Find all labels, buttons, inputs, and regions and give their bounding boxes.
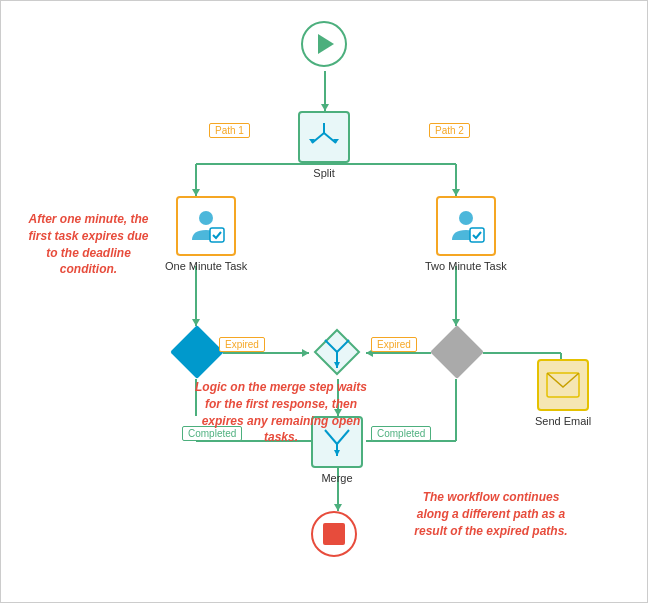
svg-line-30 — [324, 133, 336, 143]
workflow-continues-annotation: The workflow continuesalong a different … — [386, 489, 596, 539]
merge-label: Merge — [321, 472, 352, 484]
svg-marker-27 — [334, 504, 342, 511]
end-node[interactable] — [311, 511, 357, 557]
task-person2-icon — [446, 206, 486, 246]
right-diamond-node[interactable] — [431, 326, 483, 378]
send-email-label: Send Email — [535, 415, 591, 427]
send-email-node[interactable]: Send Email — [535, 359, 591, 427]
svg-point-33 — [199, 211, 213, 225]
path1-label: Path 1 — [209, 123, 250, 138]
merge-step-diamond-node[interactable] — [311, 326, 363, 378]
expired1-label: Expired — [219, 337, 265, 352]
svg-marker-18 — [321, 104, 329, 111]
merge-logic-annotation: Logic on the merge step waitsfor the fir… — [176, 379, 386, 446]
two-minute-task-label: Two Minute Task — [425, 260, 507, 272]
svg-marker-23 — [302, 349, 309, 357]
end-circle — [311, 511, 357, 557]
workflow-canvas: Split Path 1 Path 2 One Minute Task Two — [0, 0, 648, 603]
left-diamond-shape — [170, 325, 224, 379]
svg-line-29 — [312, 133, 324, 143]
one-minute-task-node[interactable]: One Minute Task — [165, 196, 247, 272]
play-icon — [318, 34, 334, 54]
email-icon — [546, 372, 580, 398]
svg-rect-34 — [210, 228, 224, 242]
start-node[interactable] — [301, 21, 347, 67]
svg-rect-36 — [470, 228, 484, 242]
start-circle — [301, 21, 347, 67]
left-diamond-node[interactable] — [171, 326, 223, 378]
two-minute-task-box — [436, 196, 496, 256]
email-box — [537, 359, 589, 411]
expired2-label: Expired — [371, 337, 417, 352]
merge-step-icon — [311, 326, 363, 378]
svg-marker-19 — [192, 189, 200, 196]
split-label: Split — [313, 167, 334, 179]
right-diamond-shape — [430, 325, 484, 379]
two-minute-task-node[interactable]: Two Minute Task — [425, 196, 507, 272]
one-minute-task-box — [176, 196, 236, 256]
split-node[interactable]: Split — [298, 111, 350, 179]
task-person-icon — [186, 206, 226, 246]
svg-point-35 — [459, 211, 473, 225]
svg-marker-20 — [452, 189, 460, 196]
end-square — [323, 523, 345, 545]
task-expiry-annotation: After one minute, thefirst task expires … — [16, 211, 161, 278]
split-box — [298, 111, 350, 163]
path2-label: Path 2 — [429, 123, 470, 138]
one-minute-task-label: One Minute Task — [165, 260, 247, 272]
split-icon — [306, 121, 342, 153]
svg-marker-46 — [334, 450, 340, 456]
